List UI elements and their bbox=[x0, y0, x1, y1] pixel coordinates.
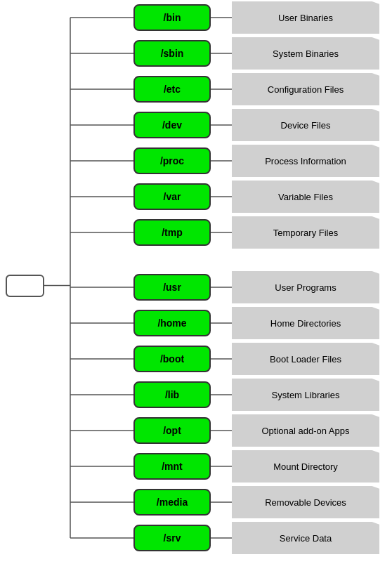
label-node-mnt: Mount Directory bbox=[232, 450, 379, 483]
dir-node-mnt: /mnt bbox=[133, 453, 211, 480]
dir-node-opt: /opt bbox=[133, 417, 211, 444]
label-node-etc: Configuration Files bbox=[232, 73, 379, 105]
label-node-boot: Boot Loader Files bbox=[232, 343, 379, 375]
dir-node-tmp: /tmp bbox=[133, 219, 211, 246]
label-node-dev: Device Files bbox=[232, 109, 379, 141]
label-node-srv: Service Data bbox=[232, 522, 379, 554]
diagram: /binUser Binaries/sbinSystem Binaries/et… bbox=[0, 0, 392, 571]
dir-node-home: /home bbox=[133, 310, 211, 336]
dir-node-media: /media bbox=[133, 489, 211, 516]
dir-node-usr: /usr bbox=[133, 274, 211, 301]
label-node-proc: Process Information bbox=[232, 145, 379, 177]
label-node-media: Removable Devices bbox=[232, 486, 379, 518]
label-node-lib: System Libraries bbox=[232, 379, 379, 411]
dir-node-proc: /proc bbox=[133, 147, 211, 174]
root-node bbox=[6, 275, 44, 297]
label-node-tmp: Temporary Files bbox=[232, 216, 379, 249]
dir-node-sbin: /sbin bbox=[133, 40, 211, 67]
dir-node-etc: /etc bbox=[133, 76, 211, 103]
label-node-usr: User Programs bbox=[232, 271, 379, 303]
label-node-home: Home Directories bbox=[232, 307, 379, 339]
dir-node-srv: /srv bbox=[133, 525, 211, 551]
dir-node-dev: /dev bbox=[133, 112, 211, 138]
dir-node-lib: /lib bbox=[133, 381, 211, 408]
label-node-sbin: System Binaries bbox=[232, 37, 379, 70]
dir-node-var: /var bbox=[133, 183, 211, 210]
dir-node-bin: /bin bbox=[133, 4, 211, 31]
label-node-opt: Optional add-on Apps bbox=[232, 414, 379, 447]
dir-node-boot: /boot bbox=[133, 346, 211, 372]
label-node-bin: User Binaries bbox=[232, 1, 379, 34]
label-node-var: Variable Files bbox=[232, 181, 379, 213]
